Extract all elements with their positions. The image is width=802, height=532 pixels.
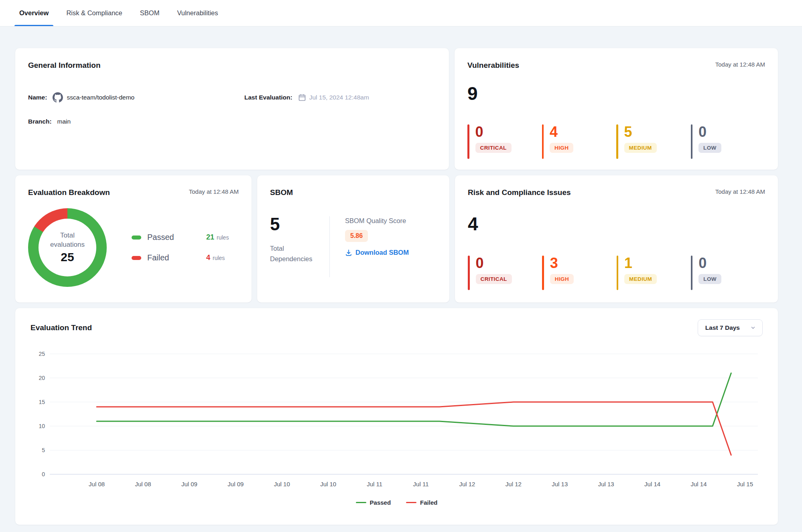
- evaluation-breakdown-card: Evaluation Breakdown Today at 12:48 AM T…: [15, 175, 252, 303]
- high-badge: HIGH: [550, 274, 574, 284]
- critical-count: 0: [476, 256, 512, 270]
- tab-overview[interactable]: Overview: [19, 0, 49, 26]
- risk-compliance-title: Risk and Compliance Issues: [468, 188, 571, 197]
- passed-line-swatch-icon: [356, 502, 366, 504]
- evaluations-donut-chart: Total evaluations 25: [28, 208, 107, 287]
- tab-vulnerabilities-label: Vulnerabilities: [177, 9, 218, 17]
- risk-compliance-total: 4: [468, 215, 765, 233]
- general-information-title: General Information: [28, 61, 101, 70]
- tab-risk-compliance[interactable]: Risk & Compliance: [66, 0, 122, 26]
- chevron-down-icon: [750, 325, 756, 331]
- dashboard-content: General Information Name: ssca-team/todo…: [0, 26, 802, 525]
- x-axis-tick-label: Jul 15: [737, 481, 753, 487]
- branch-label: Branch:: [28, 118, 52, 125]
- last-evaluation-value: Jul 15, 2024 12:48am: [309, 94, 369, 101]
- passed-legend-row: Passed 21 rules: [132, 233, 229, 242]
- legend-item-passed: Passed: [356, 499, 391, 506]
- breakdown-legend: Passed 21 rules Failed 4 rules: [132, 233, 229, 262]
- x-axis-tick-label: Jul 11: [367, 481, 382, 487]
- x-axis-tick-label: Jul 08: [89, 481, 105, 487]
- high-bar: [542, 256, 544, 290]
- critical-bar: [467, 124, 469, 159]
- vulnerabilities-card: Vulnerabilities Today at 12:48 AM 9 0 CR…: [455, 48, 778, 170]
- total-evaluations-value: 25: [61, 250, 74, 264]
- failed-legend-row: Failed 4 rules: [132, 253, 229, 262]
- low-badge: LOW: [698, 143, 721, 153]
- passed-value: 21: [206, 233, 214, 242]
- vuln-severity-high: 4 HIGH: [542, 124, 617, 159]
- sbom-card: SBOM 5 Total Dependencies SBOM Quality S…: [257, 175, 449, 303]
- vulnerabilities-title: Vulnerabilities: [467, 61, 519, 70]
- row-middle: Evaluation Breakdown Today at 12:48 AM T…: [15, 175, 778, 303]
- medium-count: 1: [624, 256, 657, 270]
- x-axis-tick-label: Jul 10: [320, 481, 336, 487]
- row-top: General Information Name: ssca-team/todo…: [15, 48, 778, 170]
- total-dependencies-label-1: Total: [270, 244, 329, 254]
- risk-compliance-timestamp: Today at 12:48 AM: [715, 188, 765, 195]
- failed-series-line: [97, 402, 731, 455]
- github-icon: [53, 92, 63, 103]
- risk-severity-medium: 1 MEDIUM: [617, 256, 691, 290]
- last-evaluation-row: Last Evaluation: Jul 15, 2024 12:48am: [244, 92, 436, 103]
- donut-center-label-1: Total: [50, 231, 85, 240]
- risk-severity-grid: 0 CRITICAL 3 HIGH 1 MEDIUM: [468, 256, 765, 290]
- vuln-severity-low: 0 LOW: [691, 124, 765, 159]
- legend-passed-label: Passed: [370, 499, 391, 506]
- x-axis-tick-label: Jul 10: [274, 481, 290, 487]
- failed-line-swatch-icon: [406, 502, 416, 504]
- date-range-value: Last 7 Days: [705, 324, 740, 331]
- y-axis-tick-label: 25: [39, 351, 45, 357]
- x-axis-tick-label: Jul 13: [598, 481, 614, 487]
- evaluation-trend-card: Evaluation Trend Last 7 Days 0510152025J…: [15, 308, 778, 525]
- vertical-divider: [329, 216, 330, 277]
- failed-label: Failed: [147, 253, 189, 262]
- repo-name-row: Name: ssca-team/todolist-demo: [28, 92, 244, 103]
- high-count: 4: [550, 125, 573, 139]
- tab-vulnerabilities[interactable]: Vulnerabilities: [177, 0, 218, 26]
- low-count: 0: [698, 125, 721, 139]
- critical-bar: [468, 256, 470, 290]
- failed-value: 4: [206, 254, 210, 262]
- x-axis-tick-label: Jul 14: [691, 481, 707, 487]
- tab-overview-label: Overview: [19, 9, 49, 17]
- critical-badge: CRITICAL: [475, 143, 512, 153]
- legend-failed-label: Failed: [420, 499, 437, 506]
- y-axis-tick-label: 20: [39, 375, 45, 381]
- x-axis-tick-label: Jul 12: [459, 481, 475, 487]
- date-range-dropdown[interactable]: Last 7 Days: [698, 319, 763, 336]
- trend-line-chart-svg: 0510152025Jul 08Jul 08Jul 09Jul 09Jul 10…: [30, 350, 763, 490]
- total-dependencies-value: 5: [270, 215, 329, 233]
- sbom-quality-score-label: SBOM Quality Score: [345, 217, 409, 225]
- vuln-severity-critical: 0 CRITICAL: [467, 124, 542, 159]
- passed-unit: rules: [217, 234, 229, 241]
- evaluation-breakdown-timestamp: Today at 12:48 AM: [189, 188, 239, 195]
- tab-sbom[interactable]: SBOM: [140, 0, 160, 26]
- x-axis-tick-label: Jul 08: [135, 481, 151, 487]
- x-axis-tick-label: Jul 12: [506, 481, 522, 487]
- evaluation-trend-title: Evaluation Trend: [30, 323, 92, 332]
- vulnerabilities-timestamp: Today at 12:48 AM: [715, 61, 765, 68]
- legend-item-failed: Failed: [406, 499, 437, 506]
- tab-bar: Overview Risk & Compliance SBOM Vulnerab…: [0, 0, 802, 26]
- high-badge: HIGH: [550, 143, 573, 153]
- failed-unit: rules: [213, 255, 225, 261]
- failed-swatch-icon: [132, 256, 141, 260]
- medium-badge: MEDIUM: [624, 143, 657, 153]
- name-label: Name:: [28, 94, 47, 101]
- critical-badge: CRITICAL: [476, 274, 512, 284]
- total-dependencies-label-2: Dependencies: [270, 254, 329, 264]
- vulnerabilities-severity-grid: 0 CRITICAL 4 HIGH 5 MEDIUM: [467, 124, 765, 159]
- donut-center-label-2: evaluations: [50, 240, 85, 250]
- risk-severity-low: 0 LOW: [691, 256, 765, 290]
- tab-risk-compliance-label: Risk & Compliance: [66, 9, 122, 17]
- critical-count: 0: [475, 125, 512, 139]
- download-sbom-link[interactable]: Download SBOM: [345, 249, 409, 256]
- evaluation-breakdown-title: Evaluation Breakdown: [28, 188, 110, 197]
- tab-sbom-label: SBOM: [140, 9, 160, 17]
- repo-name-value[interactable]: ssca-team/todolist-demo: [67, 94, 134, 101]
- x-axis-tick-label: Jul 09: [227, 481, 244, 487]
- low-bar: [691, 124, 693, 159]
- y-axis-tick-label: 0: [42, 471, 45, 477]
- passed-label: Passed: [147, 233, 189, 242]
- download-sbom-label: Download SBOM: [355, 249, 409, 256]
